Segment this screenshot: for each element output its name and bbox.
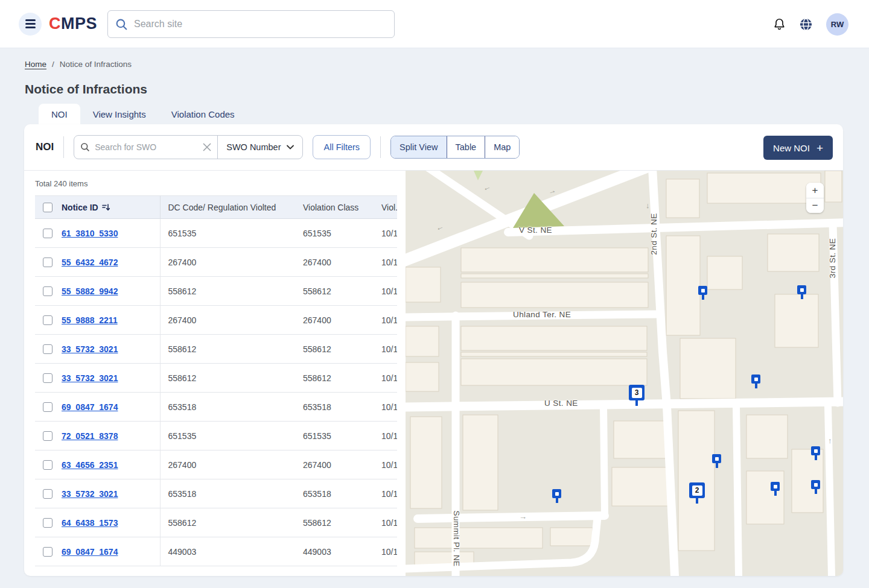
row-checkbox[interactable] [43, 258, 53, 267]
notice-id-link[interactable]: 72_0521_8378 [62, 431, 118, 441]
logo-letter: C [49, 14, 61, 33]
table-wrap: Notice ID DC Code/ Regulation Violted Vi… [35, 195, 397, 566]
violation-class-cell: 651535 [303, 219, 381, 248]
globe-icon [799, 17, 813, 31]
violation-date-cell: 10/1 [381, 479, 397, 508]
violation-class-cell: 267400 [303, 248, 381, 277]
table-panel: Total 240 items Notice ID [24, 171, 406, 576]
top-navbar: CMPS RW [0, 0, 869, 48]
map-pin[interactable] [771, 482, 780, 491]
map-pin[interactable] [811, 480, 820, 489]
violation-date-cell: 10/1 [381, 219, 397, 248]
table-row: 63_4656_2351 267400 267400 10/1 [35, 450, 397, 479]
new-noi-button[interactable]: New NOI + [763, 136, 833, 160]
notice-id-link[interactable]: 63_4656_2351 [62, 460, 118, 470]
row-checkbox[interactable] [43, 315, 53, 325]
table-row: 33_5732_3021 558612 558612 10/1 [35, 364, 397, 393]
map-pin[interactable] [811, 446, 820, 455]
street-label-u-st: U St. NE [544, 399, 578, 408]
tab-noi[interactable]: NOI [39, 104, 80, 124]
search-icon [115, 18, 128, 31]
row-checkbox[interactable] [43, 344, 53, 354]
avatar-initials: RW [831, 20, 844, 29]
dc-code-cell: 558612 [160, 277, 303, 306]
tab-violation-codes[interactable]: Violation Codes [159, 104, 247, 124]
map-pin[interactable] [552, 489, 561, 498]
all-filters-button[interactable]: All Filters [313, 135, 371, 159]
map-cluster[interactable]: 2 [689, 482, 705, 498]
notice-id-link[interactable]: 69_0847_1674 [62, 402, 118, 412]
violation-date-cell: 10/1 [381, 364, 397, 393]
notice-id-link[interactable]: 61_3810_5330 [62, 229, 118, 238]
table-row: 33_5732_3021 653518 653518 10/1 [35, 479, 397, 508]
search-type-select[interactable]: SWO Number [217, 136, 302, 159]
map-pin[interactable] [698, 286, 707, 295]
column-header-notice-id[interactable]: Notice ID [62, 196, 160, 219]
breadcrumb-current: Notice of Infractions [60, 60, 132, 69]
site-search[interactable] [107, 10, 395, 38]
map-pin[interactable] [797, 285, 806, 294]
row-checkbox[interactable] [43, 460, 53, 470]
violation-class-cell: 653518 [303, 479, 381, 508]
table-header: Notice ID DC Code/ Regulation Violted Vi… [35, 196, 397, 219]
violation-class-cell: 267400 [303, 450, 381, 479]
language-button[interactable] [799, 17, 813, 31]
violation-class-cell: 449003 [303, 537, 381, 566]
search-type-value: SWO Number [226, 142, 281, 152]
view-mode-map[interactable]: Map [485, 136, 519, 158]
violation-class-cell: 653518 [303, 393, 381, 422]
map-pin[interactable] [751, 375, 760, 384]
row-checkbox[interactable] [43, 489, 53, 499]
site-search-input[interactable] [134, 19, 387, 30]
tab-view-insights[interactable]: View Insights [80, 104, 159, 124]
map-canvas: ← → ← ↓ → ↑ [406, 171, 843, 576]
row-checkbox[interactable] [43, 431, 53, 441]
table-row: 64_6438_1573 558612 558612 10/1 [35, 508, 397, 537]
dc-code-cell: 558612 [160, 508, 303, 537]
notice-id-link[interactable]: 33_5732_3021 [62, 489, 118, 499]
dc-code-cell: 558612 [160, 335, 303, 364]
row-checkbox[interactable] [43, 402, 53, 412]
bell-icon [773, 17, 786, 31]
map-pin[interactable] [712, 454, 721, 463]
notice-id-link[interactable]: 64_6438_1573 [62, 518, 118, 528]
violation-class-cell: 558612 [303, 364, 381, 393]
app-logo[interactable]: CMPS [49, 14, 97, 33]
notice-id-link[interactable]: 55_5882_9942 [62, 286, 118, 296]
table-row: 69_0847_1674 653518 653518 10/1 [35, 393, 397, 422]
user-avatar[interactable]: RW [826, 13, 848, 36]
breadcrumb-home-link[interactable]: Home [25, 60, 46, 69]
map-cluster[interactable]: 3 [629, 385, 645, 400]
row-checkbox[interactable] [43, 229, 53, 238]
row-checkbox[interactable] [43, 373, 53, 383]
notice-id-link[interactable]: 33_5732_3021 [62, 373, 118, 383]
violation-class-cell: 558612 [303, 277, 381, 306]
row-checkbox[interactable] [43, 286, 53, 296]
noi-card: NOI SWO Number All Filters Split View Ta… [24, 124, 843, 576]
notice-id-link[interactable]: 55_9888_2211 [62, 315, 118, 325]
view-mode-split[interactable]: Split View [391, 136, 446, 158]
toolbar-divider [380, 136, 381, 158]
clear-search-icon[interactable] [203, 143, 211, 151]
column-header-dc-code: DC Code/ Regulation Violted [160, 196, 303, 219]
notifications-button[interactable] [773, 17, 786, 31]
notice-id-link[interactable]: 55_6432_4672 [62, 258, 118, 267]
map-panel[interactable]: ← → ← ↓ → ↑ V St. NE Uhland Ter. NE U St… [406, 171, 843, 576]
hamburger-icon [25, 19, 36, 21]
breadcrumb: Home / Notice of Infractions [25, 60, 132, 69]
row-checkbox[interactable] [43, 547, 53, 557]
swo-search-input[interactable] [95, 142, 198, 152]
notice-id-link[interactable]: 69_0847_1674 [62, 547, 118, 557]
swo-search-field[interactable] [74, 136, 217, 159]
row-checkbox[interactable] [43, 518, 53, 528]
menu-button[interactable] [19, 13, 42, 36]
svg-text:↓: ↓ [646, 201, 650, 210]
violation-date-cell: 10/1 [381, 248, 397, 277]
zoom-in-button[interactable]: + [806, 183, 824, 198]
notice-id-link[interactable]: 33_5732_3021 [62, 344, 118, 354]
select-all-checkbox[interactable] [43, 203, 53, 212]
zoom-out-button[interactable]: − [806, 198, 824, 213]
view-mode-table[interactable]: Table [447, 136, 485, 158]
section-label: NOI [36, 141, 54, 153]
plus-icon: + [816, 142, 823, 154]
